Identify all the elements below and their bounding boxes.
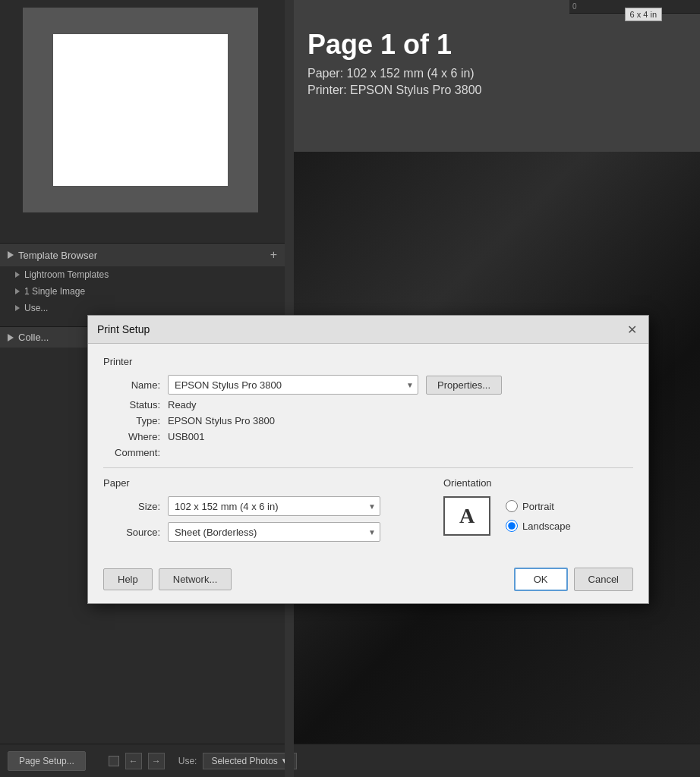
portrait-label: Portrait: [522, 501, 554, 512]
dialog-title: Print Setup: [97, 323, 150, 335]
type-value: EPSON Stylus Pro 3800: [168, 415, 275, 426]
printer-name-row: Name: EPSON Stylus Pro 3800 ▼ Properties…: [103, 375, 633, 395]
printer-name-label: Name:: [103, 379, 160, 391]
size-label: Size:: [103, 501, 160, 512]
printer-name-select-wrapper: EPSON Stylus Pro 3800 ▼: [168, 375, 418, 395]
where-value: USB001: [168, 431, 204, 442]
paper-section-label: Paper: [103, 477, 421, 489]
paper-source-select-wrapper: Sheet (Borderless) ▼: [168, 522, 380, 542]
print-setup-dialog: Print Setup ✕ Printer Name: EPSON Stylus…: [87, 315, 649, 604]
printer-name-select[interactable]: EPSON Stylus Pro 3800: [168, 375, 418, 395]
cancel-button[interactable]: Cancel: [574, 568, 633, 591]
landscape-label: Landscape: [522, 521, 571, 532]
status-label: Status:: [103, 399, 160, 411]
orientation-label: Orientation: [443, 477, 633, 489]
paper-size-select-wrapper: 102 x 152 mm (4 x 6 in) ▼: [168, 496, 380, 516]
printer-where-row: Where: USB001: [103, 431, 633, 442]
paper-size-row: Size: 102 x 152 mm (4 x 6 in) ▼: [103, 496, 421, 516]
portrait-radio-row: Portrait: [506, 500, 571, 512]
source-label: Source:: [103, 527, 160, 538]
radio-options: Portrait Landscape: [506, 500, 571, 532]
paper-source-row: Source: Sheet (Borderless) ▼: [103, 522, 421, 542]
landscape-radio[interactable]: [506, 520, 518, 532]
status-value: Ready: [168, 399, 197, 411]
ok-button[interactable]: OK: [514, 568, 568, 591]
properties-button[interactable]: Properties...: [426, 376, 502, 395]
type-label: Type:: [103, 415, 160, 426]
orientation-container: A Portrait Landscape: [443, 496, 633, 536]
footer-left-buttons: Help Network...: [103, 568, 232, 590]
paper-source-select[interactable]: Sheet (Borderless): [168, 522, 380, 542]
landscape-radio-row: Landscape: [506, 520, 571, 532]
dialog-footer: Help Network... OK Cancel: [88, 558, 648, 603]
help-button[interactable]: Help: [103, 568, 153, 590]
paper-left: Paper Size: 102 x 152 mm (4 x 6 in) ▼: [103, 477, 421, 546]
modal-overlay: Print Setup ✕ Printer Name: EPSON Stylus…: [0, 0, 700, 777]
dialog-close-button[interactable]: ✕: [624, 322, 639, 337]
portrait-radio[interactable]: [506, 500, 518, 512]
where-label: Where:: [103, 431, 160, 442]
footer-right-buttons: OK Cancel: [514, 568, 633, 591]
printer-section-label: Printer: [103, 356, 633, 367]
orientation-page-icon: A: [443, 496, 490, 536]
network-button[interactable]: Network...: [159, 568, 232, 590]
printer-comment-row: Comment:: [103, 447, 633, 458]
printer-type-row: Type: EPSON Stylus Pro 3800: [103, 415, 633, 426]
page-a-icon: A: [443, 496, 490, 536]
divider: [103, 467, 633, 468]
paper-orientation-section: Paper Size: 102 x 152 mm (4 x 6 in) ▼: [103, 477, 633, 546]
printer-status-row: Status: Ready: [103, 399, 633, 411]
paper-size-select[interactable]: 102 x 152 mm (4 x 6 in): [168, 496, 380, 516]
dialog-titlebar: Print Setup ✕: [88, 316, 648, 344]
orientation-section: Orientation A Portrait: [443, 477, 633, 546]
comment-label: Comment:: [103, 447, 160, 458]
dialog-body: Printer Name: EPSON Stylus Pro 3800 ▼ Pr…: [88, 344, 648, 558]
